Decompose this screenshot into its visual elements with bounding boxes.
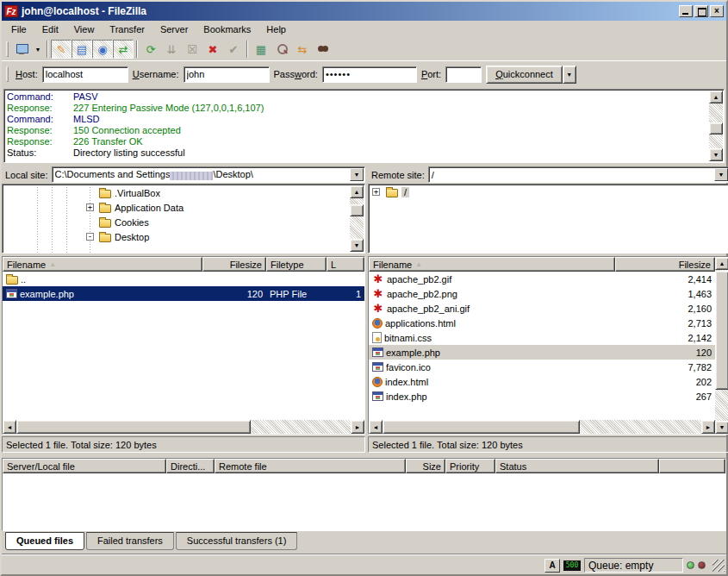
ico-file-icon [372, 362, 383, 372]
column-header-server-local-file[interactable]: Server/Local file [3, 459, 166, 473]
toolbar-grip[interactable] [6, 41, 9, 57]
toggle-remote-tree-button[interactable]: ◉ [92, 40, 113, 59]
toggle-message-log-button[interactable]: ✎ [51, 40, 72, 59]
scrollbar-thumb[interactable] [16, 420, 251, 434]
refresh-button[interactable]: ⟳ [140, 40, 161, 59]
menu-help[interactable]: Help [258, 22, 294, 36]
local-tree-scrollbar[interactable]: ▲ ▼ [350, 185, 364, 252]
menu-edit[interactable]: Edit [34, 22, 66, 36]
scroll-left-arrow-icon[interactable]: ◄ [3, 420, 16, 434]
local-path-combo[interactable]: C:\Documents and Settings\Desktop\ ▼ [52, 166, 365, 183]
column-header-status[interactable]: Status [495, 459, 659, 473]
tree-item-root[interactable]: +/ [369, 185, 728, 199]
menu-bookmarks[interactable]: Bookmarks [196, 22, 258, 36]
table-row[interactable]: ✱apache_pb2_ani.gif2,160 [369, 301, 715, 316]
tree-item-virtualbox[interactable]: .VirtualBox [3, 185, 350, 200]
table-row-example-php[interactable]: example.php 120 PHP File 1 [3, 286, 364, 301]
table-row-parent-dir[interactable]: .. [3, 272, 364, 286]
menu-server[interactable]: Server [152, 22, 196, 36]
table-row[interactable]: ✱apache_pb2.gif2,414 [369, 272, 715, 286]
password-input[interactable] [322, 66, 417, 83]
find-files-button[interactable] [313, 40, 333, 59]
menu-file[interactable]: File [3, 22, 34, 36]
table-row[interactable]: index.html202 [369, 374, 715, 389]
table-row-example-php[interactable]: example.php120 [369, 345, 715, 360]
chevron-down-icon[interactable]: ▼ [350, 168, 364, 181]
column-header-filesize[interactable]: Filesize [615, 257, 715, 272]
tree-item-cookies[interactable]: Cookies [3, 215, 350, 229]
maximize-button[interactable] [694, 5, 708, 17]
table-row[interactable]: bitnami.css2,142 [369, 330, 715, 345]
tree-item-application-data[interactable]: +Application Data [3, 200, 350, 215]
reconnect-button[interactable]: ✔ [223, 40, 244, 59]
directory-comparison-button[interactable]: ▦ [251, 40, 271, 59]
column-header-priority[interactable]: Priority [445, 459, 495, 473]
synchronized-browsing-button[interactable]: ⇆ [292, 40, 313, 59]
expand-icon[interactable]: + [372, 188, 380, 196]
scroll-up-arrow-icon[interactable]: ▲ [350, 185, 364, 198]
filename-filters-button[interactable] [271, 40, 292, 59]
close-button[interactable]: × [710, 5, 724, 17]
site-manager-dropdown-button[interactable]: ▼ [32, 40, 44, 59]
column-header-filename[interactable]: Filename▲ [3, 257, 202, 272]
scrollbar-thumb[interactable] [350, 204, 364, 216]
scrollbar-thumb[interactable] [383, 420, 580, 434]
table-row[interactable]: index.php267 [369, 389, 715, 404]
port-input[interactable] [445, 66, 482, 83]
chevron-down-icon[interactable]: ▼ [714, 168, 728, 181]
scroll-down-arrow-icon[interactable]: ▼ [350, 239, 364, 252]
menu-view[interactable]: View [66, 22, 103, 36]
expand-icon[interactable]: + [86, 203, 94, 211]
log-scrollbar[interactable]: ▲ ▼ [709, 91, 723, 161]
column-header-filetype[interactable]: Filetype [266, 257, 327, 272]
sort-ascending-icon: ▲ [415, 260, 422, 268]
column-header-direction[interactable]: Directi... [166, 459, 215, 473]
scroll-right-arrow-icon[interactable]: ► [701, 420, 715, 434]
transfer-type-indicator[interactable]: A [544, 559, 560, 573]
column-header-size[interactable]: Size [406, 459, 445, 473]
collapse-icon[interactable]: - [86, 233, 94, 241]
remote-path-combo[interactable]: / ▼ [428, 166, 728, 183]
resize-grip[interactable] [712, 560, 725, 572]
scroll-left-arrow-icon[interactable]: ◄ [369, 420, 383, 434]
scroll-down-arrow-icon[interactable]: ▼ [709, 148, 723, 161]
local-directory-tree: .VirtualBox +Application Data Cookies -D… [2, 184, 365, 254]
quickconnect-grip[interactable] [6, 66, 9, 82]
speed-limit-indicator[interactable]: 500 [563, 560, 581, 571]
menu-transfer[interactable]: Transfer [102, 22, 152, 36]
quickconnect-button[interactable]: Quickconnect [486, 66, 563, 84]
local-horizontal-scrollbar[interactable]: ◄ ► [3, 420, 364, 434]
remote-vertical-scrollbar[interactable]: ▲ ▼ [715, 257, 728, 434]
table-row[interactable]: favicon.ico7,782 [369, 360, 715, 374]
column-header-filesize[interactable]: Filesize [202, 257, 266, 272]
scroll-down-arrow-icon[interactable]: ▼ [715, 421, 728, 434]
column-header-filename[interactable]: Filename▲ [369, 257, 615, 272]
minimize-button[interactable] [679, 5, 693, 17]
host-input[interactable] [42, 66, 128, 83]
message-log: Command:PASV Response:227 Entering Passi… [3, 89, 725, 163]
scroll-up-arrow-icon[interactable]: ▲ [709, 91, 723, 103]
remote-file-list: Filename▲ Filesize ✱apache_pb2.gif2,414 … [368, 256, 728, 435]
toggle-local-tree-button[interactable]: ▤ [72, 40, 92, 59]
tab-queued-files[interactable]: Queued files [5, 532, 84, 550]
tab-successful-transfers[interactable]: Successful transfers (1) [176, 532, 298, 550]
disconnect-button[interactable]: ✖ [202, 40, 223, 59]
site-manager-button[interactable] [11, 40, 32, 59]
scrollbar-thumb[interactable] [715, 271, 728, 390]
toggle-queue-button[interactable]: ⇄ [113, 40, 134, 59]
column-header-last-modified[interactable]: L [327, 257, 364, 272]
process-queue-button[interactable]: ⇊ [161, 40, 182, 59]
quickconnect-dropdown-button[interactable]: ▼ [563, 66, 576, 84]
remote-horizontal-scrollbar[interactable]: ◄ ► [369, 420, 715, 434]
table-row[interactable]: applications.html2,713 [369, 316, 715, 330]
scroll-right-arrow-icon[interactable]: ► [351, 420, 364, 434]
scrollbar-thumb[interactable] [709, 122, 723, 135]
cancel-operation-button[interactable]: ☒ [182, 40, 202, 59]
tab-failed-transfers[interactable]: Failed transfers [86, 532, 174, 550]
username-input[interactable] [184, 66, 270, 83]
scroll-up-arrow-icon[interactable]: ▲ [715, 257, 728, 270]
tree-item-desktop[interactable]: -Desktop [3, 229, 350, 244]
table-row[interactable]: ✱apache_pb2.png1,463 [369, 286, 715, 301]
column-header-remote-file[interactable]: Remote file [215, 459, 406, 473]
folder-icon [386, 189, 398, 197]
